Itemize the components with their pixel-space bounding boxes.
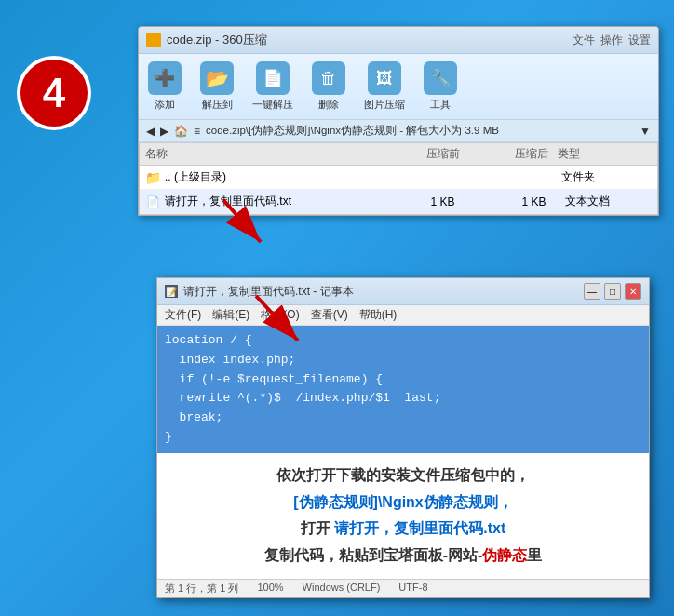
zip-nav-list[interactable]: ≡	[194, 125, 200, 138]
zip-content: 名称 压缩前 压缩后 类型 📁 .. (上级目录) 文件夹 📄 请打开，复制里面…	[139, 142, 658, 215]
notepad-code-area[interactable]: location / { index index.php; if (!-e $r…	[157, 326, 649, 453]
zip-app-icon	[146, 33, 161, 47]
zip-col-type: 类型	[558, 146, 652, 162]
zip-add-icon: ➕	[148, 61, 182, 95]
notepad-menubar: 文件(F) 编辑(E) 格式(O) 查看(V) 帮助(H)	[157, 305, 649, 326]
notepad-line-ending: Windows (CRLF)	[303, 582, 381, 596]
notepad-menu-help[interactable]: 帮助(H)	[359, 307, 398, 323]
zip-path-bar: ◀ ▶ 🏠 ≡ code.zip\[伪静态规则]\Nginx伪静态规则 - 解包…	[139, 120, 658, 142]
zip-extract-label: 解压到	[202, 98, 233, 112]
zip-row-txtfile[interactable]: 📄 请打开，复制里面代码.txt 1 KB 1 KB 文本文档	[140, 190, 657, 214]
zip-delete-label: 删除	[318, 98, 339, 112]
zip-tools-button[interactable]: 🔧 工具	[424, 61, 457, 112]
notepad-titlebar: 📝 请打开，复制里面代码.txt - 记事本 — □ ✕	[157, 278, 649, 305]
code-line-3: if (!-e $request_filename) {	[165, 370, 641, 390]
notepad-cursor-position: 第 1 行，第 1 列	[165, 582, 238, 596]
notepad-menu-file[interactable]: 文件(F)	[165, 307, 201, 323]
zip-nav-home[interactable]: 🏠	[174, 125, 188, 138]
zip-path-dropdown[interactable]: ▼	[640, 125, 651, 138]
zip-delete-icon: 🗑	[312, 61, 345, 95]
code-line-2: index index.php;	[165, 351, 641, 370]
notepad-minimize-button[interactable]: —	[584, 283, 600, 300]
zip-row-parent[interactable]: 📁 .. (上级目录) 文件夹	[140, 166, 657, 190]
code-line-6: }	[165, 428, 641, 448]
zip-toolbar: ➕ 添加 📂 解压到 📄 一键解压 🗑 删除 🖼 图片压缩 🔧 工具	[139, 54, 658, 120]
zip-delete-button[interactable]: 🗑 删除	[312, 61, 345, 112]
zip-col-before: 压缩前	[382, 146, 470, 162]
code-line-1: location / {	[165, 331, 641, 351]
zip-col-after: 压缩后	[469, 146, 558, 162]
zip-column-headers: 名称 压缩前 压缩后 类型	[140, 143, 657, 166]
notepad-description: 依次打开下载的安装文件压缩包中的， [伪静态规则]\Nginx伪静态规则， 打开…	[157, 453, 649, 579]
notepad-close-button[interactable]: ✕	[625, 283, 641, 300]
zip-extract-icon: 📂	[200, 61, 234, 95]
zip-titlebar: code.zip - 360压缩 文件 操作 设置	[139, 27, 658, 54]
desc-line-3: 打开 请打开，复制里面代码.txt	[172, 516, 634, 542]
zip-imgcompress-label: 图片压缩	[364, 98, 405, 112]
notepad-zoom: 100%	[257, 582, 283, 596]
notepad-menu-view[interactable]: 查看(V)	[311, 307, 348, 323]
zip-imgcompress-icon: 🖼	[368, 61, 401, 95]
zip-menu-file[interactable]: 文件	[573, 33, 595, 48]
notepad-title-left: 📝 请打开，复制里面代码.txt - 记事本	[165, 284, 354, 300]
notepad-window-controls: — □ ✕	[584, 283, 641, 300]
zip-window-controls: 文件 操作 设置	[573, 33, 651, 48]
notepad-menu-format[interactable]: 格式(O)	[261, 307, 299, 323]
zip-title-left: code.zip - 360压缩	[146, 32, 267, 48]
zip-menu-action[interactable]: 操作	[600, 33, 623, 48]
txt-icon: 📄	[145, 194, 160, 209]
zip-nav-back[interactable]: ◀	[146, 125, 155, 138]
zip-menu-settings[interactable]: 设置	[628, 33, 651, 48]
zip-oneclick-label: 一键解压	[252, 98, 293, 112]
notepad-window: 📝 请打开，复制里面代码.txt - 记事本 — □ ✕ 文件(F) 编辑(E)…	[156, 277, 650, 598]
notepad-encoding: UTF-8	[398, 582, 427, 596]
notepad-app-icon: 📝	[165, 285, 178, 298]
notepad-statusbar: 第 1 行，第 1 列 100% Windows (CRLF) UTF-8	[157, 579, 649, 597]
folder-icon: 📁	[145, 170, 160, 185]
desc-line-1: 依次打开下载的安装文件压缩包中的，	[172, 462, 634, 489]
zip-txt-filename: 请打开，复制里面代码.txt	[165, 194, 383, 209]
desc-red-text: 伪静态	[482, 547, 527, 563]
zip-path-text: code.zip\[伪静态规则]\Nginx伪静态规则 - 解包大小为 3.9 …	[206, 124, 634, 138]
notepad-window-title: 请打开，复制里面代码.txt - 记事本	[183, 284, 354, 300]
zip-window: code.zip - 360压缩 文件 操作 设置 ➕ 添加 📂 解压到 📄 一…	[138, 26, 659, 216]
zip-parent-type: 文件夹	[561, 169, 652, 185]
zip-oneclick-button[interactable]: 📄 一键解压	[252, 61, 293, 112]
zip-parent-folder-name: .. (上级目录)	[165, 169, 391, 185]
zip-txt-after: 1 KB	[474, 195, 565, 208]
notepad-maximize-button[interactable]: □	[604, 283, 621, 300]
code-line-5: break;	[165, 408, 641, 428]
zip-add-button[interactable]: ➕ 添加	[148, 61, 182, 112]
zip-txt-type: 文本文档	[565, 194, 652, 209]
zip-window-title: code.zip - 360压缩	[167, 32, 267, 48]
zip-imgcompress-button[interactable]: 🖼 图片压缩	[364, 61, 405, 112]
desc-highlight-path: [伪静态规则]\Nginx伪静态规则，	[293, 494, 513, 510]
zip-oneclick-icon: 📄	[256, 61, 290, 95]
zip-col-name: 名称	[145, 146, 382, 162]
zip-add-label: 添加	[155, 98, 175, 112]
zip-extract-button[interactable]: 📂 解压到	[200, 61, 234, 112]
notepad-menu-edit[interactable]: 编辑(E)	[212, 307, 249, 323]
zip-nav-forward[interactable]: ▶	[160, 125, 168, 138]
zip-txt-before: 1 KB	[383, 195, 474, 208]
code-line-4: rewrite ^(.*)$ /index.php/$1 last;	[165, 389, 641, 408]
desc-highlight-filename: 请打开，复制里面代码.txt	[334, 520, 506, 536]
desc-line-4: 复制代码，粘贴到宝塔面板-网站-伪静态里	[172, 542, 634, 569]
step-number: 4	[17, 56, 91, 130]
desc-line-2: [伪静态规则]\Nginx伪静态规则，	[172, 489, 634, 516]
zip-tools-label: 工具	[430, 98, 451, 112]
zip-tools-icon: 🔧	[424, 61, 457, 95]
